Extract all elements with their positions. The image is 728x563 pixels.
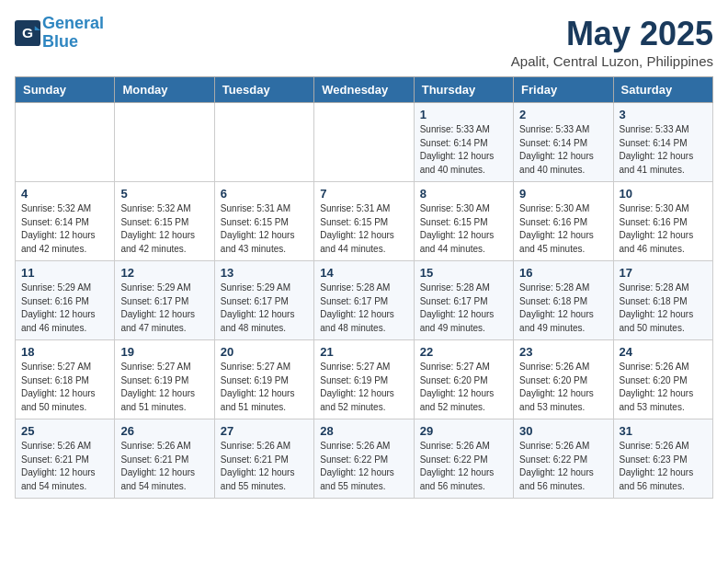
day-info: Sunrise: 5:26 AMSunset: 6:21 PMDaylight:… <box>21 440 108 493</box>
day-number: 23 <box>519 345 607 359</box>
day-number: 1 <box>420 108 507 121</box>
day-info: Sunrise: 5:28 AMSunset: 6:17 PMDaylight:… <box>420 282 507 335</box>
calendar-cell: 31Sunrise: 5:26 AMSunset: 6:23 PMDayligh… <box>613 419 712 499</box>
day-info: Sunrise: 5:26 AMSunset: 6:21 PMDaylight:… <box>221 440 308 493</box>
day-number: 24 <box>620 345 707 359</box>
day-info: Sunrise: 5:27 AMSunset: 6:20 PMDaylight:… <box>420 361 507 414</box>
calendar-week-1: 1Sunrise: 5:33 AMSunset: 6:14 PMDaylight… <box>16 103 713 182</box>
days-of-week-row: Sunday Monday Tuesday Wednesday Thursday… <box>16 77 713 103</box>
calendar-cell: 24Sunrise: 5:26 AMSunset: 6:20 PMDayligh… <box>613 340 712 419</box>
day-number: 16 <box>519 266 607 280</box>
day-number: 12 <box>120 266 208 280</box>
calendar-cell: 13Sunrise: 5:29 AMSunset: 6:17 PMDayligh… <box>214 261 313 340</box>
location-subtitle: Apalit, Central Luzon, Philippines <box>511 53 713 69</box>
day-info: Sunrise: 5:26 AMSunset: 6:21 PMDaylight:… <box>120 440 208 493</box>
page-header: G General Blue May 2025 Apalit, Central … <box>15 15 713 69</box>
calendar-cell: 8Sunrise: 5:30 AMSunset: 6:15 PMDaylight… <box>414 182 513 261</box>
day-info: Sunrise: 5:31 AMSunset: 6:15 PMDaylight:… <box>221 202 308 256</box>
day-number: 5 <box>120 187 208 201</box>
month-title: May 2025 <box>511 15 713 53</box>
calendar-cell: 19Sunrise: 5:27 AMSunset: 6:19 PMDayligh… <box>115 340 214 419</box>
day-number: 29 <box>420 424 507 438</box>
calendar-week-5: 25Sunrise: 5:26 AMSunset: 6:21 PMDayligh… <box>16 419 713 499</box>
logo-line2: Blue <box>42 32 78 51</box>
day-number: 7 <box>320 187 407 201</box>
col-friday: Friday <box>514 77 613 103</box>
day-number: 3 <box>620 108 707 121</box>
svg-text:G: G <box>22 24 33 40</box>
day-number: 11 <box>21 266 108 280</box>
day-info: Sunrise: 5:26 AMSunset: 6:22 PMDaylight:… <box>320 440 407 493</box>
day-number: 18 <box>21 345 108 359</box>
calendar-cell: 5Sunrise: 5:32 AMSunset: 6:15 PMDaylight… <box>115 182 214 261</box>
calendar-cell: 7Sunrise: 5:31 AMSunset: 6:15 PMDaylight… <box>314 182 414 261</box>
logo-icon: G <box>15 20 40 46</box>
day-info: Sunrise: 5:26 AMSunset: 6:23 PMDaylight:… <box>620 440 707 493</box>
calendar-cell: 27Sunrise: 5:26 AMSunset: 6:21 PMDayligh… <box>214 419 313 499</box>
day-number: 4 <box>21 187 108 201</box>
calendar-cell: 11Sunrise: 5:29 AMSunset: 6:16 PMDayligh… <box>16 261 115 340</box>
col-thursday: Thursday <box>414 77 513 103</box>
calendar-week-3: 11Sunrise: 5:29 AMSunset: 6:16 PMDayligh… <box>16 261 713 340</box>
calendar-cell: 2Sunrise: 5:33 AMSunset: 6:14 PMDaylight… <box>514 103 613 182</box>
calendar-cell: 22Sunrise: 5:27 AMSunset: 6:20 PMDayligh… <box>414 340 513 419</box>
day-number: 26 <box>120 424 208 438</box>
day-number: 9 <box>519 187 607 201</box>
day-info: Sunrise: 5:27 AMSunset: 6:19 PMDaylight:… <box>120 361 208 414</box>
calendar-cell: 29Sunrise: 5:26 AMSunset: 6:22 PMDayligh… <box>414 419 513 499</box>
col-saturday: Saturday <box>613 77 712 103</box>
day-number: 30 <box>519 424 607 438</box>
calendar-cell: 10Sunrise: 5:30 AMSunset: 6:16 PMDayligh… <box>613 182 712 261</box>
day-info: Sunrise: 5:29 AMSunset: 6:16 PMDaylight:… <box>21 282 108 335</box>
day-number: 17 <box>620 266 707 280</box>
day-info: Sunrise: 5:28 AMSunset: 6:17 PMDaylight:… <box>320 282 407 335</box>
col-wednesday: Wednesday <box>314 77 414 103</box>
day-info: Sunrise: 5:26 AMSunset: 6:20 PMDaylight:… <box>519 361 607 414</box>
calendar-cell: 12Sunrise: 5:29 AMSunset: 6:17 PMDayligh… <box>115 261 214 340</box>
calendar-table: Sunday Monday Tuesday Wednesday Thursday… <box>15 76 713 499</box>
logo-text: General Blue <box>42 15 104 52</box>
calendar-cell: 18Sunrise: 5:27 AMSunset: 6:18 PMDayligh… <box>16 340 115 419</box>
day-info: Sunrise: 5:32 AMSunset: 6:14 PMDaylight:… <box>21 202 108 256</box>
day-number: 13 <box>221 266 308 280</box>
calendar-cell: 25Sunrise: 5:26 AMSunset: 6:21 PMDayligh… <box>16 419 115 499</box>
calendar-cell: 30Sunrise: 5:26 AMSunset: 6:22 PMDayligh… <box>514 419 613 499</box>
calendar-cell: 20Sunrise: 5:27 AMSunset: 6:19 PMDayligh… <box>214 340 313 419</box>
day-info: Sunrise: 5:29 AMSunset: 6:17 PMDaylight:… <box>221 282 308 335</box>
day-info: Sunrise: 5:27 AMSunset: 6:18 PMDaylight:… <box>21 361 108 414</box>
day-number: 8 <box>420 187 507 201</box>
calendar-cell <box>16 103 115 182</box>
day-info: Sunrise: 5:30 AMSunset: 6:16 PMDaylight:… <box>620 202 707 256</box>
day-info: Sunrise: 5:33 AMSunset: 6:14 PMDaylight:… <box>519 123 607 177</box>
day-number: 2 <box>519 108 607 121</box>
calendar-cell: 28Sunrise: 5:26 AMSunset: 6:22 PMDayligh… <box>314 419 414 499</box>
day-info: Sunrise: 5:28 AMSunset: 6:18 PMDaylight:… <box>620 282 707 335</box>
calendar-cell: 15Sunrise: 5:28 AMSunset: 6:17 PMDayligh… <box>414 261 513 340</box>
calendar-cell: 14Sunrise: 5:28 AMSunset: 6:17 PMDayligh… <box>314 261 414 340</box>
day-number: 31 <box>620 424 707 438</box>
day-number: 27 <box>221 424 308 438</box>
calendar-cell: 4Sunrise: 5:32 AMSunset: 6:14 PMDaylight… <box>16 182 115 261</box>
logo-line1: General <box>42 14 104 32</box>
day-info: Sunrise: 5:26 AMSunset: 6:20 PMDaylight:… <box>620 361 707 414</box>
calendar-body: 1Sunrise: 5:33 AMSunset: 6:14 PMDaylight… <box>16 103 713 499</box>
day-number: 10 <box>620 187 707 201</box>
calendar-cell <box>115 103 214 182</box>
calendar-cell: 17Sunrise: 5:28 AMSunset: 6:18 PMDayligh… <box>613 261 712 340</box>
calendar-header: Sunday Monday Tuesday Wednesday Thursday… <box>16 77 713 103</box>
day-number: 25 <box>21 424 108 438</box>
calendar-cell <box>314 103 414 182</box>
day-number: 21 <box>320 345 407 359</box>
day-info: Sunrise: 5:33 AMSunset: 6:14 PMDaylight:… <box>420 123 507 177</box>
calendar-cell: 6Sunrise: 5:31 AMSunset: 6:15 PMDaylight… <box>214 182 313 261</box>
calendar-cell: 23Sunrise: 5:26 AMSunset: 6:20 PMDayligh… <box>514 340 613 419</box>
logo: G General Blue <box>15 15 104 52</box>
day-info: Sunrise: 5:33 AMSunset: 6:14 PMDaylight:… <box>620 123 707 177</box>
day-number: 15 <box>420 266 507 280</box>
calendar-cell: 16Sunrise: 5:28 AMSunset: 6:18 PMDayligh… <box>514 261 613 340</box>
day-number: 28 <box>320 424 407 438</box>
calendar-cell: 9Sunrise: 5:30 AMSunset: 6:16 PMDaylight… <box>514 182 613 261</box>
day-info: Sunrise: 5:31 AMSunset: 6:15 PMDaylight:… <box>320 202 407 256</box>
day-number: 22 <box>420 345 507 359</box>
calendar-week-2: 4Sunrise: 5:32 AMSunset: 6:14 PMDaylight… <box>16 182 713 261</box>
